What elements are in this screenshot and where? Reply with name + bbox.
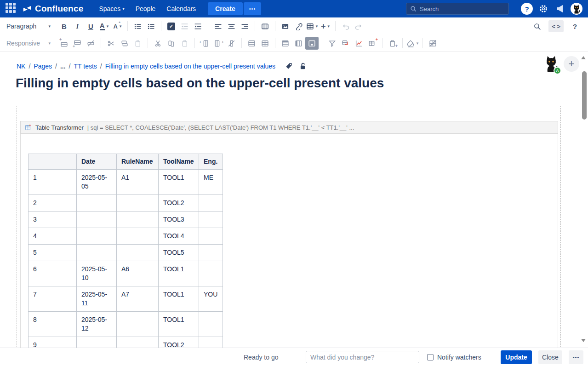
copy-row-button[interactable] bbox=[118, 37, 131, 50]
table-transformer-macro-header[interactable]: + Table Transformer | sql = SELECT *, CO… bbox=[20, 121, 558, 134]
table-cell[interactable] bbox=[117, 312, 159, 337]
user-avatar[interactable] bbox=[571, 3, 582, 15]
notify-watchers-checkbox[interactable] bbox=[427, 354, 434, 360]
table-cell[interactable]: A7 bbox=[117, 286, 159, 312]
breadcrumb-parent-page[interactable]: TT tests bbox=[74, 63, 97, 70]
change-comment-input[interactable] bbox=[306, 351, 419, 363]
no-heading-button[interactable] bbox=[305, 37, 319, 50]
table-cell[interactable] bbox=[117, 245, 159, 261]
nav-calendars[interactable]: Calendars bbox=[166, 5, 196, 12]
align-center-button[interactable] bbox=[225, 20, 238, 33]
editor-help-button[interactable]: ? bbox=[568, 20, 582, 33]
table-cell[interactable] bbox=[77, 212, 117, 228]
table-cell[interactable]: TOOL5 bbox=[159, 245, 199, 261]
cut-row-button[interactable] bbox=[104, 37, 118, 50]
table-cell[interactable]: TOOL3 bbox=[159, 212, 199, 228]
cut-column-button[interactable] bbox=[151, 37, 165, 50]
table-filter-button[interactable] bbox=[325, 37, 339, 50]
delete-column-button[interactable] bbox=[225, 37, 238, 50]
table-cell[interactable] bbox=[77, 337, 117, 348]
table-cell[interactable]: 2025-05-05 bbox=[77, 170, 117, 195]
table-cell[interactable] bbox=[117, 212, 159, 228]
insert-link-button[interactable] bbox=[292, 20, 305, 33]
table-cell[interactable]: 2 bbox=[29, 195, 77, 212]
source-editor-button[interactable]: < > bbox=[548, 20, 564, 32]
notify-watchers-label[interactable]: Notify watchers bbox=[437, 348, 481, 366]
bullet-list-button[interactable] bbox=[131, 20, 144, 33]
table-cell[interactable]: 1 bbox=[29, 170, 77, 195]
table-transpose-button[interactable] bbox=[339, 37, 352, 50]
paste-column-button[interactable] bbox=[178, 37, 191, 50]
column-header[interactable]: Eng. bbox=[199, 154, 223, 170]
labels-icon[interactable] bbox=[285, 62, 293, 70]
redo-button[interactable] bbox=[352, 20, 365, 33]
table-cell[interactable]: 9 bbox=[29, 337, 77, 348]
search-box[interactable] bbox=[406, 3, 509, 15]
breadcrumb-pages[interactable]: Pages bbox=[34, 63, 52, 70]
table-cell[interactable]: A6 bbox=[117, 261, 159, 286]
find-replace-button[interactable] bbox=[531, 20, 544, 33]
editor-body[interactable]: + Table Transformer | sql = SELECT *, CO… bbox=[17, 106, 561, 348]
page-layout-button[interactable] bbox=[258, 20, 272, 33]
table-cell[interactable]: 4 bbox=[29, 228, 77, 245]
insert-table-button[interactable]: ▾ bbox=[305, 20, 319, 33]
table-cell[interactable]: TOOL2 bbox=[159, 195, 199, 212]
undo-button[interactable] bbox=[339, 20, 352, 33]
breadcrumb-ellipsis[interactable]: ... bbox=[60, 63, 66, 70]
app-switcher-icon[interactable] bbox=[6, 3, 17, 15]
underline-button[interactable]: U bbox=[84, 20, 97, 33]
table-cell[interactable]: 2025-05-10 bbox=[77, 261, 117, 286]
nav-more-button[interactable]: ••• bbox=[244, 2, 262, 15]
table-cell[interactable]: 2025-05-11 bbox=[77, 286, 117, 312]
table-cell[interactable]: 2025-05-12 bbox=[77, 312, 117, 337]
copy-table-button[interactable]: + bbox=[386, 37, 399, 50]
help-button[interactable]: ? bbox=[521, 3, 533, 15]
insert-row-below-button[interactable]: + bbox=[71, 37, 84, 50]
nav-spaces[interactable]: Spaces ▾ bbox=[99, 5, 124, 12]
table-cell[interactable] bbox=[199, 312, 223, 337]
table-cell[interactable] bbox=[199, 228, 223, 245]
scrollbar-down-arrow[interactable] bbox=[581, 339, 586, 342]
table-cell[interactable]: 8 bbox=[29, 312, 77, 337]
table-cell[interactable] bbox=[77, 245, 117, 261]
breadcrumb-current-page[interactable]: Filling in empty cells based on the uppe… bbox=[105, 63, 275, 70]
insert-image-button[interactable] bbox=[279, 20, 292, 33]
table-cell[interactable]: 6 bbox=[29, 261, 77, 286]
nav-people[interactable]: People bbox=[136, 5, 156, 12]
indent-button[interactable] bbox=[191, 20, 205, 33]
table-cell[interactable]: TOOL2 bbox=[159, 337, 199, 348]
table-cell[interactable] bbox=[199, 337, 223, 348]
quick-create-button[interactable]: + bbox=[564, 56, 579, 72]
table-chart-button[interactable] bbox=[352, 37, 365, 50]
heading-row-button[interactable] bbox=[279, 37, 292, 50]
add-transformer-button[interactable]: + bbox=[365, 37, 379, 50]
table-cell[interactable] bbox=[199, 245, 223, 261]
confluence-logo[interactable]: Confluence bbox=[22, 4, 83, 14]
merge-cells-button[interactable] bbox=[245, 37, 258, 50]
table-cell[interactable]: A1 bbox=[117, 170, 159, 195]
table-cell[interactable]: 7 bbox=[29, 286, 77, 312]
paste-row-button[interactable] bbox=[131, 37, 144, 50]
create-button[interactable]: Create bbox=[208, 2, 243, 15]
data-table[interactable]: Date RuleName ToolName Eng. 1 2025-05-05… bbox=[28, 154, 223, 348]
insert-column-right-button[interactable]: + bbox=[211, 37, 225, 50]
text-color-button[interactable]: A ▾ bbox=[97, 20, 111, 33]
split-cells-button[interactable] bbox=[258, 37, 272, 50]
table-cell[interactable]: TOOL1 bbox=[159, 312, 199, 337]
column-header[interactable]: ToolName bbox=[159, 154, 199, 170]
delete-table-button[interactable] bbox=[426, 37, 440, 50]
table-cell[interactable]: TOOL4 bbox=[159, 228, 199, 245]
table-cell[interactable]: TOOL1 bbox=[159, 261, 199, 286]
presence-avatar[interactable]: A bbox=[543, 54, 560, 74]
insert-more-button[interactable]: + ▾ bbox=[319, 20, 332, 33]
table-cell[interactable] bbox=[117, 228, 159, 245]
settings-button[interactable] bbox=[537, 3, 549, 15]
table-cell[interactable]: ME bbox=[199, 170, 223, 195]
more-formatting-button[interactable]: A ▾ bbox=[111, 20, 124, 33]
table-cell[interactable] bbox=[199, 261, 223, 286]
insert-row-above-button[interactable]: + bbox=[57, 37, 71, 50]
table-cell[interactable]: 3 bbox=[29, 212, 77, 228]
column-header[interactable] bbox=[29, 154, 77, 170]
table-cell[interactable]: TOOL1 bbox=[159, 170, 199, 195]
copy-column-button[interactable] bbox=[165, 37, 178, 50]
